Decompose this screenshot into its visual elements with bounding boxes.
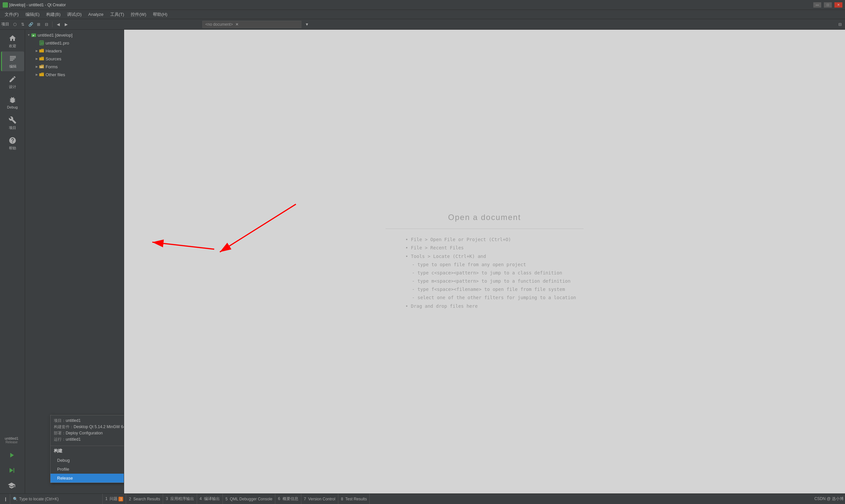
titlebar-left: [develop] - untitled1 - Qt Creator — [3, 2, 66, 7]
tree-item-headers[interactable]: ▶ Headers — [25, 47, 124, 55]
sidebar-item-edit[interactable]: 编辑 — [1, 52, 24, 71]
tree-item-pro[interactable]: ▶ .pro untitled1.pro — [25, 39, 124, 47]
sidebar-project-label: 项目 — [9, 125, 16, 130]
hint-line-4: - type to open file from any open projec… — [412, 260, 584, 269]
maximize-button[interactable]: □ — [824, 2, 832, 7]
run-button[interactable] — [0, 448, 23, 463]
statusbar-app-output[interactable]: 3 应用程序输出 — [163, 494, 197, 504]
toolbar-link-btn[interactable]: 🔗 — [27, 21, 34, 28]
toolbar-close-editor-btn[interactable]: ⊟ — [43, 21, 50, 28]
tree-root[interactable]: ▼ P untitled1 [develop] — [25, 31, 124, 39]
minimize-button[interactable]: — — [813, 2, 821, 7]
tree-item-sources[interactable]: ▶ Sources — [25, 55, 124, 63]
forms-folder-icon: UI — [39, 64, 44, 69]
statusbar-right: CSDN @ 选小博 — [814, 496, 844, 502]
toolbar-split-btn[interactable]: ⊞ — [35, 21, 42, 28]
tree-forms-label: Forms — [46, 64, 58, 69]
titlebar-controls: — □ ✕ — [813, 2, 842, 7]
sidebar-item-project[interactable]: 项目 — [1, 113, 24, 132]
svg-marker-5 — [10, 468, 13, 473]
debug-run-button[interactable] — [0, 463, 23, 478]
edit-icon — [8, 54, 17, 63]
menu-controls[interactable]: 控件(W) — [127, 10, 149, 19]
sources-folder-icon — [39, 56, 44, 61]
menu-file[interactable]: 文件(F) — [1, 10, 22, 19]
sidebar-item-design[interactable]: 设计 — [1, 72, 24, 92]
build-action-bar: untitled1 Release — [0, 433, 25, 493]
other-arrow: ▶ — [34, 72, 39, 77]
toolbar-split-right-btn[interactable]: ⊟ — [837, 21, 844, 28]
menu-build[interactable]: 构建(B) — [43, 10, 64, 19]
wrench-icon — [8, 115, 17, 125]
build-button[interactable] — [0, 478, 23, 493]
popup-menu-debug[interactable]: Debug — [51, 456, 124, 465]
hint-line-3: • Tools > Locate (Ctrl+K) and — [405, 252, 584, 260]
statusbar-version-control[interactable]: 7 Version Control — [301, 494, 338, 504]
doc-close-btn[interactable]: ✕ — [235, 22, 239, 27]
popup-menu-release[interactable]: Release — [51, 474, 124, 483]
statusbar-locate[interactable]: 🔍 Type to locate (Ctrl+K) — [10, 494, 103, 504]
statusbar-test-results[interactable]: 8 Test Results — [338, 494, 370, 504]
tree-item-other[interactable]: ▶ Other files — [25, 71, 124, 78]
svg-rect-0 — [10, 56, 16, 57]
svg-line-16 — [152, 242, 214, 249]
statusbar-toggle[interactable]: ❙ — [1, 494, 10, 504]
svg-marker-4 — [10, 453, 14, 457]
svg-rect-1 — [10, 57, 16, 58]
document-divider — [386, 229, 584, 229]
tree-root-arrow: ▼ — [27, 33, 31, 37]
headers-arrow: ▶ — [34, 49, 39, 53]
device-label-item[interactable]: untitled1 Release — [0, 433, 23, 447]
toolbar-separator — [52, 21, 52, 28]
debug-run-icon — [7, 466, 16, 474]
doc-arrow-btn[interactable]: ▼ — [303, 21, 311, 28]
doc-selector-text: <no document> — [205, 22, 233, 27]
menu-tools[interactable]: 工具(T) — [107, 10, 128, 19]
popup-info-project: 项目：untitled1 — [54, 418, 124, 424]
toolbar-forward-btn[interactable]: ▶ — [63, 21, 70, 28]
titlebar-title: [develop] - untitled1 - Qt Creator — [9, 3, 66, 7]
menubar: 文件(F) 编辑(E) 构建(B) 调试(D) Analyze 工具(T) 控件… — [0, 10, 845, 19]
sidebar-item-welcome[interactable]: 欢迎 — [1, 31, 24, 51]
statusbar-compile-output[interactable]: 4 编译输出 — [197, 494, 223, 504]
sidebar-item-debug[interactable]: Debug — [1, 92, 24, 112]
run-icon — [7, 451, 16, 459]
svg-text:UI: UI — [40, 66, 42, 68]
statusbar-qml-debugger[interactable]: 5 QML Debugger Console — [223, 494, 275, 504]
hint-line-6: - type m<space><pattern> to jump to a fu… — [412, 277, 584, 285]
sources-arrow: ▶ — [34, 56, 39, 61]
menu-edit[interactable]: 编辑(E) — [22, 10, 43, 19]
menu-help[interactable]: 帮助(H) — [149, 10, 171, 19]
sidebar-item-help[interactable]: 帮助 — [1, 133, 24, 153]
tree-headers-label: Headers — [46, 49, 62, 53]
svg-rect-3 — [10, 60, 13, 61]
project-panel: ▼ P untitled1 [develop] ▶ .pro untitled1… — [25, 30, 124, 493]
titlebar: [develop] - untitled1 - Qt Creator — □ ✕ — [0, 0, 845, 10]
sidebar-edit-label: 编辑 — [9, 64, 17, 69]
tree-item-forms[interactable]: ▶ UI Forms — [25, 63, 124, 71]
hint-line-8: - select one of the other filters for ju… — [412, 293, 584, 302]
tree-sources-label: Sources — [46, 56, 61, 61]
hint-line-1: • File > Open File or Project (Ctrl+O) — [405, 235, 584, 244]
menu-debug[interactable]: 调试(D) — [64, 10, 85, 19]
toolbar-back-btn[interactable]: ◀ — [54, 21, 62, 28]
statusbar-issues[interactable]: 1 问题 3 — [103, 494, 126, 504]
statusbar-search-results[interactable]: 2 Search Results — [126, 494, 163, 504]
tree-root-label: untitled1 [develop] — [38, 33, 73, 38]
app-icon — [3, 2, 8, 7]
close-button[interactable]: ✕ — [834, 2, 842, 7]
menu-analyze[interactable]: Analyze — [85, 11, 107, 18]
popup-info-kit: 构建套件：Desktop Qt 5.14.2 MinGW 64-bit — [54, 424, 124, 430]
svg-text:.pro: .pro — [40, 42, 44, 44]
locate-icon: 🔍 — [13, 497, 18, 501]
left-sidebar: 欢迎 编辑 设计 Debug 项目 — [0, 30, 25, 493]
hint-line-7: - type f<space><filename> to open file f… — [412, 285, 584, 293]
build-icon — [7, 482, 16, 489]
popup-menu-profile[interactable]: Profile — [51, 465, 124, 474]
toolbar-sort-btn[interactable]: ⇅ — [19, 21, 27, 28]
toolbar-filter-btn[interactable]: ⬡ — [11, 21, 18, 28]
tree-other-label: Other files — [46, 72, 65, 77]
hint-line-2: • File > Recent Files — [405, 244, 584, 252]
svg-line-15 — [220, 204, 296, 252]
statusbar-general-info[interactable]: 6 概要信息 — [275, 494, 301, 504]
